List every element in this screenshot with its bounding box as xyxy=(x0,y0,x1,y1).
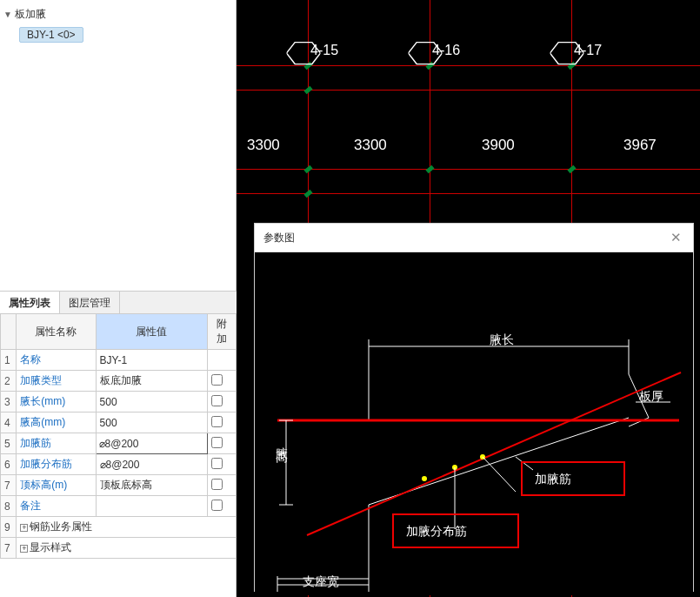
attr-extra[interactable] xyxy=(208,371,237,392)
attr-extra[interactable] xyxy=(208,454,237,475)
label-zhizuo: 支座宽 xyxy=(303,574,339,590)
table-row[interactable]: 3腋长(mm)500 xyxy=(1,392,237,413)
tab-attributes[interactable]: 属性列表 xyxy=(0,292,60,316)
table-row[interactable]: 9+钢筋业务属性 xyxy=(1,517,237,538)
svg-marker-0 xyxy=(287,43,321,64)
svg-point-14 xyxy=(422,476,427,481)
dimension-text: 3967 xyxy=(623,137,657,154)
attr-extra[interactable] xyxy=(208,392,237,413)
row-number: 5 xyxy=(1,433,17,454)
extra-checkbox[interactable] xyxy=(211,416,223,427)
attr-value[interactable]: 板底加腋 xyxy=(96,371,208,392)
hexagon-icon xyxy=(550,40,584,61)
table-row[interactable]: 7+显示样式 xyxy=(1,538,237,559)
attr-value[interactable]: BJY-1 xyxy=(96,350,208,371)
row-number: 3 xyxy=(1,392,17,413)
dimension-text: 3300 xyxy=(354,137,387,154)
extra-checkbox[interactable] xyxy=(211,458,223,469)
axis-label: 4-17 xyxy=(554,40,602,61)
attr-name: +钢筋业务属性 xyxy=(17,517,237,538)
extra-checkbox[interactable] xyxy=(211,479,223,490)
row-number: 1 xyxy=(1,350,17,371)
row-number: 9 xyxy=(1,517,17,538)
label-yegao: 腋高 xyxy=(274,437,290,444)
attr-extra[interactable] xyxy=(208,496,237,517)
attr-value[interactable]: 500 xyxy=(96,413,208,433)
attr-value[interactable]: ⌀8@200 xyxy=(96,454,208,475)
row-number: 8 xyxy=(1,496,17,517)
attr-name: 加腋筋 xyxy=(17,433,96,454)
attr-value[interactable]: 500 xyxy=(96,392,208,413)
row-number: 7 xyxy=(1,475,17,496)
attr-extra[interactable] xyxy=(208,475,237,496)
extra-checkbox[interactable] xyxy=(211,437,223,448)
diagram-canvas: 腋长 板厚 腋高 支座宽 加腋筋 加腋分布筋 xyxy=(255,252,693,595)
extra-checkbox[interactable] xyxy=(211,395,223,406)
table-row[interactable]: 8备注 xyxy=(1,496,237,517)
col-name: 属性名称 xyxy=(17,314,96,350)
label-banhou: 板厚 xyxy=(639,389,663,405)
tab-layers[interactable]: 图层管理 xyxy=(60,292,120,315)
dimension-text: 3900 xyxy=(482,137,515,154)
expand-icon[interactable]: + xyxy=(20,545,28,553)
attr-name: +显示样式 xyxy=(17,538,237,559)
tree-caret-icon[interactable]: ▼ xyxy=(3,10,12,19)
attr-name: 备注 xyxy=(17,496,96,517)
hexagon-icon xyxy=(409,40,443,61)
tree-item-bjy1[interactable]: BJY-1 <0> xyxy=(19,27,83,43)
tree-root-label[interactable]: 板加腋 xyxy=(15,7,46,22)
row-number: 7 xyxy=(1,538,17,559)
attr-name: 加腋分布筋 xyxy=(17,454,96,475)
expand-icon[interactable]: + xyxy=(20,524,28,532)
attr-value[interactable]: 顶板底标高 xyxy=(96,475,208,496)
table-row[interactable]: 4腋高(mm)500 xyxy=(1,413,237,433)
table-row[interactable]: 6加腋分布筋⌀8@200 xyxy=(1,454,237,475)
svg-marker-1 xyxy=(409,43,443,64)
parameter-diagram-dialog: 参数图 ✕ xyxy=(254,223,694,592)
attr-extra[interactable] xyxy=(208,413,237,433)
attr-extra[interactable] xyxy=(208,350,237,371)
table-row[interactable]: 5加腋筋⌀8@200 xyxy=(1,433,237,454)
attr-name: 名称 xyxy=(17,350,96,371)
label-yechang: 腋长 xyxy=(490,332,514,348)
component-tree: ▼ 板加腋 BJY-1 <0> xyxy=(0,0,236,48)
svg-marker-2 xyxy=(550,43,584,64)
row-number: 6 xyxy=(1,454,17,475)
svg-line-13 xyxy=(307,372,681,535)
col-extra: 附加 xyxy=(208,314,237,350)
dialog-title: 参数图 xyxy=(263,231,295,245)
attr-extra[interactable] xyxy=(208,433,237,454)
extra-checkbox[interactable] xyxy=(211,500,223,511)
table-row[interactable]: 7顶标高(m)顶板底标高 xyxy=(1,475,237,496)
col-num xyxy=(1,314,17,350)
row-number: 4 xyxy=(1,413,17,433)
row-number: 2 xyxy=(1,371,17,392)
property-tabs: 属性列表 图层管理 xyxy=(0,291,237,316)
attr-name: 腋长(mm) xyxy=(17,392,96,413)
attr-name: 腋高(mm) xyxy=(17,413,96,433)
table-row[interactable]: 1名称BJY-1 xyxy=(1,350,237,371)
hexagon-icon xyxy=(287,40,321,61)
col-value: 属性值 xyxy=(96,314,208,350)
axis-label: 4-15 xyxy=(290,40,338,61)
table-row[interactable]: 2加腋类型板底加腋 xyxy=(1,371,237,392)
left-panel: ▼ 板加腋 BJY-1 <0> 属性列表 图层管理 属性名称 属性值 附加 1名… xyxy=(0,0,237,597)
dialog-titlebar[interactable]: 参数图 ✕ xyxy=(255,224,693,252)
attr-value[interactable]: ⌀8@200 xyxy=(96,433,208,454)
extra-checkbox[interactable] xyxy=(211,374,223,386)
close-icon[interactable]: ✕ xyxy=(667,229,684,246)
attr-name: 顶标高(m) xyxy=(17,475,96,496)
axis-label: 4-16 xyxy=(412,40,460,61)
label-box-jyfbj: 加腋分布筋 xyxy=(392,513,519,548)
attr-value[interactable] xyxy=(96,496,208,517)
dimension-text: 3300 xyxy=(247,137,280,154)
label-box-jyj: 加腋筋 xyxy=(521,461,625,496)
svg-line-24 xyxy=(483,457,516,492)
attribute-table: 属性名称 属性值 附加 1名称BJY-12加腋类型板底加腋3腋长(mm)5004… xyxy=(0,313,237,559)
attr-name: 加腋类型 xyxy=(17,371,96,392)
